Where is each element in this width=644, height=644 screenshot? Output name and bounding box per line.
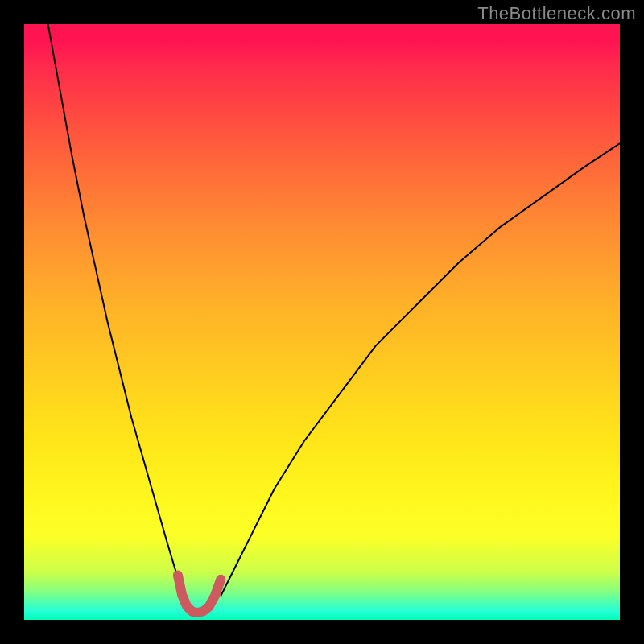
curve-layer — [24, 24, 620, 620]
curve-left-branch — [48, 24, 183, 596]
watermark-text: TheBottleneck.com — [477, 3, 636, 24]
chart-frame: TheBottleneck.com — [0, 0, 644, 644]
trough-marker — [178, 576, 221, 613]
plot-area — [24, 24, 620, 620]
curve-right-branch — [221, 143, 620, 596]
